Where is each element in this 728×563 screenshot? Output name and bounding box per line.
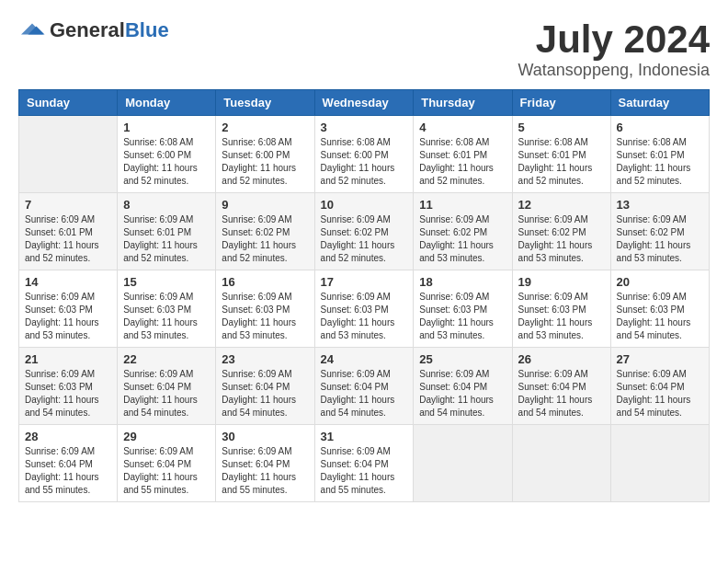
weekday-header-monday: Monday (118, 90, 216, 116)
day-info: Sunrise: 6:09 AM Sunset: 6:04 PM Dayligh… (321, 368, 408, 419)
day-number: 30 (222, 430, 308, 443)
weekday-header-row: SundayMondayTuesdayWednesdayThursdayFrid… (19, 90, 710, 116)
day-info: Sunrise: 6:09 AM Sunset: 6:02 PM Dayligh… (321, 213, 408, 265)
calendar-cell: 20Sunrise: 6:09 AM Sunset: 6:03 PM Dayli… (610, 270, 709, 348)
calendar-week-3: 14Sunrise: 6:09 AM Sunset: 6:03 PM Dayli… (19, 270, 710, 348)
day-info: Sunrise: 6:09 AM Sunset: 6:03 PM Dayligh… (25, 368, 111, 419)
day-info: Sunrise: 6:08 AM Sunset: 6:01 PM Dayligh… (419, 136, 506, 188)
calendar-cell: 28Sunrise: 6:09 AM Sunset: 6:04 PM Dayli… (19, 425, 118, 502)
day-info: Sunrise: 6:09 AM Sunset: 6:03 PM Dayligh… (321, 291, 408, 342)
logo: GeneralBlue (18, 18, 169, 42)
calendar-cell: 15Sunrise: 6:09 AM Sunset: 6:03 PM Dayli… (118, 270, 216, 348)
calendar-cell: 3Sunrise: 6:08 AM Sunset: 6:00 PM Daylig… (314, 116, 414, 193)
day-number: 18 (419, 275, 506, 289)
day-number: 7 (25, 198, 111, 212)
day-number: 16 (222, 275, 308, 289)
day-number: 12 (518, 198, 605, 212)
day-number: 4 (419, 121, 506, 134)
day-info: Sunrise: 6:09 AM Sunset: 6:02 PM Dayligh… (222, 213, 308, 265)
day-number: 23 (222, 352, 308, 366)
calendar-cell: 30Sunrise: 6:09 AM Sunset: 6:04 PM Dayli… (216, 425, 314, 502)
day-number: 29 (123, 430, 210, 443)
day-number: 31 (321, 430, 408, 443)
calendar-week-2: 7Sunrise: 6:09 AM Sunset: 6:01 PM Daylig… (19, 193, 710, 270)
calendar-cell: 31Sunrise: 6:09 AM Sunset: 6:04 PM Dayli… (314, 425, 414, 502)
calendar-cell: 6Sunrise: 6:08 AM Sunset: 6:01 PM Daylig… (610, 116, 709, 193)
calendar-cell: 11Sunrise: 6:09 AM Sunset: 6:02 PM Dayli… (414, 193, 512, 270)
day-number: 15 (123, 275, 210, 289)
day-number: 5 (518, 121, 605, 134)
day-number: 11 (419, 198, 506, 212)
day-info: Sunrise: 6:09 AM Sunset: 6:04 PM Dayligh… (419, 368, 506, 419)
day-info: Sunrise: 6:08 AM Sunset: 6:01 PM Dayligh… (617, 136, 703, 188)
month-title: July 2024 (518, 18, 711, 61)
calendar-cell: 13Sunrise: 6:09 AM Sunset: 6:02 PM Dayli… (610, 193, 709, 270)
weekday-header-wednesday: Wednesday (314, 90, 414, 116)
day-number: 1 (123, 121, 210, 134)
logo-blue: Blue (125, 18, 169, 41)
calendar-cell (19, 116, 118, 193)
day-number: 3 (321, 121, 408, 134)
calendar-cell: 8Sunrise: 6:09 AM Sunset: 6:01 PM Daylig… (118, 193, 216, 270)
day-number: 2 (222, 121, 308, 134)
calendar-cell: 23Sunrise: 6:09 AM Sunset: 6:04 PM Dayli… (216, 348, 314, 425)
day-number: 26 (518, 352, 605, 366)
weekday-header-tuesday: Tuesday (216, 90, 314, 116)
calendar-cell: 4Sunrise: 6:08 AM Sunset: 6:01 PM Daylig… (414, 116, 512, 193)
day-info: Sunrise: 6:08 AM Sunset: 6:01 PM Dayligh… (518, 136, 605, 188)
day-info: Sunrise: 6:09 AM Sunset: 6:04 PM Dayligh… (123, 368, 210, 419)
calendar-cell: 14Sunrise: 6:09 AM Sunset: 6:03 PM Dayli… (19, 270, 118, 348)
calendar-cell (610, 425, 709, 502)
day-info: Sunrise: 6:09 AM Sunset: 6:03 PM Dayligh… (419, 291, 506, 342)
day-number: 17 (321, 275, 408, 289)
calendar-cell: 1Sunrise: 6:08 AM Sunset: 6:00 PM Daylig… (118, 116, 216, 193)
day-info: Sunrise: 6:09 AM Sunset: 6:01 PM Dayligh… (25, 213, 111, 265)
day-number: 19 (518, 275, 605, 289)
calendar-week-1: 1Sunrise: 6:08 AM Sunset: 6:00 PM Daylig… (19, 116, 710, 193)
day-number: 14 (25, 275, 111, 289)
day-info: Sunrise: 6:09 AM Sunset: 6:02 PM Dayligh… (419, 213, 506, 265)
day-number: 27 (617, 352, 703, 366)
location-title: Watansoppeng, Indonesia (518, 61, 711, 80)
calendar-cell (414, 425, 512, 502)
calendar-table: SundayMondayTuesdayWednesdayThursdayFrid… (18, 89, 710, 502)
calendar-week-5: 28Sunrise: 6:09 AM Sunset: 6:04 PM Dayli… (19, 425, 710, 502)
day-info: Sunrise: 6:09 AM Sunset: 6:02 PM Dayligh… (617, 213, 703, 265)
weekday-header-thursday: Thursday (414, 90, 512, 116)
page-header: GeneralBlue July 2024 Watansoppeng, Indo… (18, 18, 710, 80)
day-number: 28 (25, 430, 111, 443)
day-info: Sunrise: 6:09 AM Sunset: 6:03 PM Dayligh… (222, 291, 308, 342)
weekday-header-saturday: Saturday (610, 90, 709, 116)
calendar-cell: 21Sunrise: 6:09 AM Sunset: 6:03 PM Dayli… (19, 348, 118, 425)
calendar-cell: 19Sunrise: 6:09 AM Sunset: 6:03 PM Dayli… (512, 270, 610, 348)
calendar-cell: 7Sunrise: 6:09 AM Sunset: 6:01 PM Daylig… (19, 193, 118, 270)
calendar-cell: 17Sunrise: 6:09 AM Sunset: 6:03 PM Dayli… (314, 270, 414, 348)
calendar-cell: 16Sunrise: 6:09 AM Sunset: 6:03 PM Dayli… (216, 270, 314, 348)
weekday-header-friday: Friday (512, 90, 610, 116)
calendar-cell: 2Sunrise: 6:08 AM Sunset: 6:00 PM Daylig… (216, 116, 314, 193)
calendar-cell: 22Sunrise: 6:09 AM Sunset: 6:04 PM Dayli… (118, 348, 216, 425)
day-number: 24 (321, 352, 408, 366)
calendar-cell: 9Sunrise: 6:09 AM Sunset: 6:02 PM Daylig… (216, 193, 314, 270)
calendar-cell: 12Sunrise: 6:09 AM Sunset: 6:02 PM Dayli… (512, 193, 610, 270)
calendar-cell: 25Sunrise: 6:09 AM Sunset: 6:04 PM Dayli… (414, 348, 512, 425)
day-info: Sunrise: 6:09 AM Sunset: 6:01 PM Dayligh… (123, 213, 210, 265)
title-block: July 2024 Watansoppeng, Indonesia (518, 18, 711, 80)
day-info: Sunrise: 6:09 AM Sunset: 6:03 PM Dayligh… (617, 291, 703, 342)
day-info: Sunrise: 6:09 AM Sunset: 6:04 PM Dayligh… (222, 368, 308, 419)
day-number: 20 (617, 275, 703, 289)
day-number: 8 (123, 198, 210, 212)
day-number: 13 (617, 198, 703, 212)
day-info: Sunrise: 6:09 AM Sunset: 6:03 PM Dayligh… (25, 291, 111, 342)
day-number: 10 (321, 198, 408, 212)
logo-text: GeneralBlue (50, 18, 169, 42)
day-number: 25 (419, 352, 506, 366)
day-info: Sunrise: 6:08 AM Sunset: 6:00 PM Dayligh… (222, 136, 308, 188)
day-info: Sunrise: 6:09 AM Sunset: 6:04 PM Dayligh… (321, 445, 408, 497)
day-number: 9 (222, 198, 308, 212)
day-info: Sunrise: 6:08 AM Sunset: 6:00 PM Dayligh… (321, 136, 408, 188)
calendar-cell: 26Sunrise: 6:09 AM Sunset: 6:04 PM Dayli… (512, 348, 610, 425)
logo-general: General (50, 18, 125, 41)
day-info: Sunrise: 6:09 AM Sunset: 6:02 PM Dayligh… (518, 213, 605, 265)
logo-icon (18, 22, 46, 39)
